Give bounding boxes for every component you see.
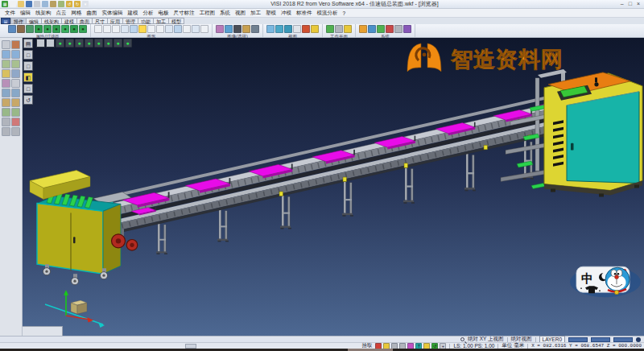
view-front-icon[interactable]: □: [23, 61, 33, 71]
customize-dropdown-icon[interactable]: ▾: [82, 1, 89, 7]
shape-active-icon[interactable]: [138, 25, 147, 33]
view-plain-icon[interactable]: [293, 25, 301, 33]
filter-point-icon[interactable]: ●: [56, 39, 64, 47]
menu-item[interactable]: 工程图: [197, 10, 218, 17]
circle-tool-icon[interactable]: [11, 89, 20, 97]
erase-tool-icon[interactable]: [11, 40, 20, 49]
color-tool-icon[interactable]: [11, 118, 20, 126]
menu-item[interactable]: 尺寸标注: [171, 10, 197, 17]
system-options-icon[interactable]: [359, 25, 367, 33]
filter-line-icon[interactable]: ●: [65, 39, 74, 47]
fillet-tool-icon[interactable]: [2, 108, 10, 117]
filter-globe-1-icon[interactable]: ●: [35, 25, 43, 33]
grid-tool-icon[interactable]: [11, 127, 20, 136]
attribute-pencil-icon[interactable]: [8, 25, 16, 33]
layer-swatch-3[interactable]: [613, 337, 633, 342]
menu-item[interactable]: 点云: [54, 10, 69, 17]
filter-globe-4-icon[interactable]: ●: [61, 25, 69, 33]
filter-text-icon[interactable]: ●: [114, 39, 122, 47]
shape-link-icon[interactable]: [174, 25, 182, 33]
menu-item[interactable]: 系统: [217, 10, 233, 17]
ribbon-tab[interactable]: 曲面: [77, 18, 93, 24]
ribbon-tab[interactable]: 功能: [138, 18, 154, 24]
image-tone-icon[interactable]: [242, 25, 250, 33]
select-arrow-icon[interactable]: [36, 39, 45, 47]
ribbon-tab[interactable]: 线架构: [42, 18, 62, 24]
menu-item[interactable]: 加工: [248, 10, 263, 17]
menu-item[interactable]: 标准件: [294, 10, 315, 17]
open-file-icon[interactable]: [18, 1, 24, 7]
system-ok-icon[interactable]: [377, 25, 385, 33]
workplane-new-icon[interactable]: [326, 25, 334, 33]
shape-stack-icon[interactable]: [165, 25, 173, 33]
image-dark-icon[interactable]: [233, 25, 242, 33]
magnifier-icon[interactable]: [460, 337, 464, 341]
system-stop-icon[interactable]: [386, 25, 394, 33]
shape-new-icon[interactable]: [94, 25, 102, 33]
menu-item[interactable]: ?: [341, 10, 349, 16]
menu-item[interactable]: 冲模: [279, 10, 294, 17]
menu-item[interactable]: 线架构: [33, 10, 54, 17]
pan-view-icon[interactable]: [2, 60, 10, 68]
menu-item[interactable]: 文件: [2, 10, 18, 17]
prompt-button[interactable]: [185, 344, 196, 349]
viewport-canvas[interactable]: 智造资料网: [23, 38, 644, 336]
zoom-window-icon[interactable]: [2, 50, 10, 59]
redo-icon[interactable]: ↻: [74, 1, 80, 7]
ribbon-tab[interactable]: 操作: [10, 18, 27, 24]
view-shaded-icon[interactable]: [266, 25, 275, 33]
select-box-icon[interactable]: [46, 39, 55, 47]
line-tool-icon[interactable]: [2, 89, 10, 97]
layer-swatch-1[interactable]: [568, 337, 588, 342]
system-macro-icon[interactable]: [403, 25, 411, 33]
view-manager-icon[interactable]: ▤: [23, 39, 33, 48]
view-hidden-icon[interactable]: [284, 25, 292, 33]
system-window-icon[interactable]: [368, 25, 376, 33]
filter-mesh-icon[interactable]: ●: [104, 39, 113, 47]
workspace-grid-icon[interactable]: ⊞: [1, 18, 10, 24]
ribbon-tab[interactable]: 尺寸: [93, 18, 108, 24]
select-tool-icon[interactable]: [2, 40, 10, 49]
ribbon-tab[interactable]: 应用: [108, 18, 123, 24]
menu-item[interactable]: 塑模: [263, 10, 279, 17]
snap-tool-icon[interactable]: [11, 79, 20, 88]
maximize-button[interactable]: □: [629, 0, 632, 8]
menu-item[interactable]: 分析: [141, 10, 156, 17]
shape-list-icon[interactable]: [192, 25, 200, 33]
image-grey-icon[interactable]: [251, 25, 259, 33]
zoom-fit-icon[interactable]: [11, 50, 20, 59]
attribute-brush-icon[interactable]: [17, 25, 25, 33]
filter-funnel-icon[interactable]: [26, 25, 34, 33]
filter-surface-icon[interactable]: ●: [85, 39, 93, 47]
layer-manager-icon[interactable]: [11, 69, 20, 78]
filter-all-icon[interactable]: ●: [123, 39, 132, 47]
group-tool-icon[interactable]: [2, 118, 10, 126]
shape-group-icon[interactable]: [183, 25, 191, 33]
hide-tool-icon[interactable]: [2, 127, 10, 136]
system-panel-icon[interactable]: [394, 25, 402, 33]
shape-table-icon[interactable]: [200, 25, 208, 33]
view-right-icon[interactable]: □: [23, 84, 33, 93]
ribbon-tab[interactable]: 管理: [123, 18, 138, 24]
close-button[interactable]: ×: [637, 0, 640, 8]
viewport[interactable]: 智造资料网: [23, 38, 644, 336]
measure-tool-icon[interactable]: [2, 69, 10, 78]
filter-globe-3-icon[interactable]: ●: [52, 25, 60, 33]
export-icon[interactable]: [58, 1, 64, 7]
view-iso-icon[interactable]: ◧: [23, 72, 33, 82]
preview-icon[interactable]: [42, 1, 48, 7]
nav-sphere-icon[interactable]: [636, 337, 641, 342]
prompt-box[interactable]: [23, 326, 63, 336]
chamfer-tool-icon[interactable]: [11, 108, 20, 117]
workplane-grid-icon[interactable]: [335, 25, 343, 33]
minimize-button[interactable]: –: [621, 0, 624, 8]
filter-globe-5-icon[interactable]: ●: [70, 25, 78, 33]
image-zoom-icon[interactable]: [225, 25, 233, 33]
filter-solid-icon[interactable]: ●: [94, 39, 103, 47]
view-stop-icon[interactable]: [302, 25, 310, 33]
layer-swatch-2[interactable]: [591, 337, 610, 342]
ribbon-tab[interactable]: 编辑: [27, 18, 42, 24]
shape-paste-icon[interactable]: [121, 25, 129, 33]
new-file-icon[interactable]: [10, 1, 16, 7]
image-select-icon[interactable]: [216, 25, 224, 33]
